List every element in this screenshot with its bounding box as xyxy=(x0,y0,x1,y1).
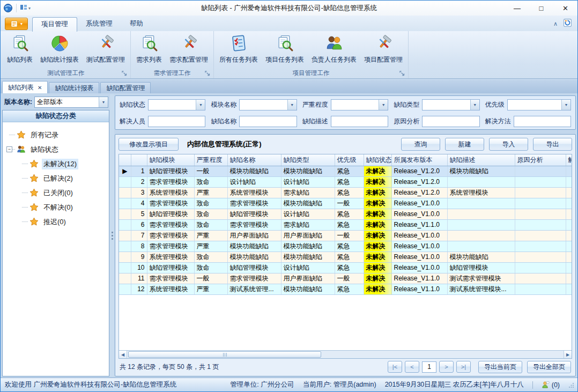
cell-module[interactable]: 需求管理模块 xyxy=(147,219,194,230)
column-header-0[interactable]: 缺陷模块 xyxy=(147,154,194,166)
cell-priority[interactable]: 紧急 xyxy=(335,284,364,294)
cell-name[interactable]: 模块功能缺陷 xyxy=(227,166,281,176)
combo-arrow-icon[interactable]: ▼ xyxy=(196,100,205,110)
cell-priority[interactable]: 紧急 xyxy=(335,209,364,219)
cell-name[interactable]: 需求管理模块 xyxy=(227,219,281,230)
table-row[interactable]: 2需求管理模块致命设计缺陷设计缺陷紧急未解决Release_V1.2.0 xyxy=(119,176,572,187)
table-row[interactable]: ▶1缺陷管理模块一般模块功能缺陷模块功能缺陷紧急未解决Release_V1.2.… xyxy=(119,166,572,176)
cell-name[interactable]: 需求管理模块 xyxy=(227,273,281,284)
cell-desc[interactable] xyxy=(447,209,515,219)
filter-combobox-0-1[interactable]: ▼ xyxy=(239,99,297,110)
column-header-6[interactable]: 所属发布版本 xyxy=(391,154,447,166)
tree-item-2[interactable]: 未解决(12) xyxy=(3,157,109,171)
cell-severity[interactable]: 致命 xyxy=(194,176,227,187)
cell-module[interactable]: 系统管理模块 xyxy=(147,187,194,198)
cell-desc[interactable] xyxy=(447,176,515,187)
cell-type[interactable]: 用户界面缺陷 xyxy=(281,273,335,284)
doc-tab-0[interactable]: 缺陷列表✕ xyxy=(2,81,48,93)
row-marker-cell[interactable] xyxy=(119,262,131,273)
cell-status[interactable]: 未解决 xyxy=(364,187,391,198)
cell-cause[interactable] xyxy=(515,198,566,209)
cell-release[interactable]: Release_V1.0.0 xyxy=(391,198,447,209)
cell-priority[interactable]: 一般 xyxy=(335,273,364,284)
cell-status[interactable]: 未解决 xyxy=(364,241,391,252)
table-row[interactable]: 8需求管理模块严重模块功能缺陷模块功能缺陷紧急未解决Release_V1.0.0 xyxy=(119,241,572,252)
close-button[interactable]: ✕ xyxy=(553,1,577,16)
doc-tab-1[interactable]: 缺陷统计报表 xyxy=(49,82,99,93)
row-number-cell[interactable]: 3 xyxy=(131,187,147,198)
cell-name[interactable]: 缺陷管理模块 xyxy=(227,209,281,219)
cell-cause[interactable] xyxy=(515,176,566,187)
cell-type[interactable]: 需求缺陷 xyxy=(281,219,335,230)
cell-severity[interactable]: 严重 xyxy=(194,241,227,252)
maximize-button[interactable]: □ xyxy=(529,1,553,16)
cell-type[interactable]: 模块功能缺陷 xyxy=(281,166,335,176)
cell-solution[interactable] xyxy=(566,230,572,241)
cell-priority[interactable]: 一般 xyxy=(335,198,364,209)
combo-arrow-icon[interactable]: ▼ xyxy=(379,100,388,110)
cell-status[interactable]: 未解决 xyxy=(364,284,391,294)
cell-desc[interactable]: 测试系统管理模块... xyxy=(447,284,515,294)
column-header-9[interactable]: 解决方法 xyxy=(566,154,572,166)
cell-status[interactable]: 未解决 xyxy=(364,252,391,262)
cell-release[interactable]: Release_V1.1.0 xyxy=(391,219,447,230)
cell-module[interactable]: 需求管理模块 xyxy=(147,273,194,284)
column-header-2[interactable]: 缺陷名称 xyxy=(227,154,281,166)
cell-desc[interactable]: 测试需求管理模块 xyxy=(447,273,515,284)
cell-type[interactable]: 模块功能缺陷 xyxy=(281,284,335,294)
cell-solution[interactable] xyxy=(566,273,572,284)
row-marker-cell[interactable]: ▶ xyxy=(119,166,131,176)
cell-name[interactable]: 需求管理模块 xyxy=(227,198,281,209)
filter-input-1-3[interactable] xyxy=(422,116,479,127)
cell-release[interactable]: Release_V1.0.0 xyxy=(391,262,447,273)
ribbon-button-0-2[interactable]: 测试配置管理 xyxy=(83,32,129,65)
cell-release[interactable]: Release_V1.2.0 xyxy=(391,187,447,198)
ribbon-tab-0[interactable]: 项目管理 xyxy=(32,17,77,32)
scroll-right-icon[interactable]: ▶ xyxy=(564,351,572,358)
filter-combobox-0-2[interactable]: ▼ xyxy=(331,99,388,110)
filter-combobox-0-0[interactable]: ▼ xyxy=(148,99,205,110)
cell-release[interactable]: Release_V1.0.0 xyxy=(391,209,447,219)
cell-status[interactable]: 未解决 xyxy=(364,219,391,230)
cell-priority[interactable]: 紧急 xyxy=(335,262,364,273)
resize-grip-icon[interactable] xyxy=(568,382,574,388)
query-button[interactable]: 查询 xyxy=(401,138,440,151)
dialog-launcher-icon[interactable] xyxy=(399,71,405,76)
cell-type[interactable]: 模块功能缺陷 xyxy=(281,198,335,209)
cell-desc[interactable]: 模块功能缺陷 xyxy=(447,166,515,176)
cell-desc[interactable]: 模块功能缺陷 xyxy=(447,252,515,262)
column-header-5[interactable]: 缺陷状态 xyxy=(364,154,391,166)
horizontal-scrollbar[interactable]: ◀ ▶ xyxy=(119,350,572,358)
ribbon-button-2-1[interactable]: 项目任务列表 xyxy=(262,32,308,65)
cell-cause[interactable] xyxy=(515,187,566,198)
column-header-1[interactable]: 严重程度 xyxy=(194,154,227,166)
cell-module[interactable]: 需求管理模块 xyxy=(147,176,194,187)
export-all-pages-button[interactable]: 导出全部页 xyxy=(527,361,571,373)
cell-severity[interactable]: 致命 xyxy=(194,252,227,262)
filter-combobox-0-3[interactable]: ▼ xyxy=(422,99,479,110)
tree-item-4[interactable]: 已关闭(0) xyxy=(3,186,109,200)
cell-solution[interactable] xyxy=(566,166,572,176)
cell-cause[interactable] xyxy=(515,166,566,176)
cell-name[interactable]: 模块功能缺陷 xyxy=(227,241,281,252)
collapse-toggle-icon[interactable]: − xyxy=(6,146,12,152)
cell-severity[interactable]: 致命 xyxy=(194,198,227,209)
cell-status[interactable]: 未解决 xyxy=(364,176,391,187)
column-header-7[interactable]: 缺陷描述 xyxy=(447,154,515,166)
cell-priority[interactable]: 紧急 xyxy=(335,219,364,230)
import-button[interactable]: 导入 xyxy=(489,138,528,151)
cell-type[interactable]: 用户界面缺陷 xyxy=(281,230,335,241)
cell-cause[interactable] xyxy=(515,241,566,252)
page-number-input[interactable] xyxy=(422,361,436,373)
row-marker-cell[interactable] xyxy=(119,273,131,284)
row-number-cell[interactable]: 10 xyxy=(131,262,147,273)
table-row[interactable]: 4需求管理模块致命需求管理模块模块功能缺陷一般未解决Release_V1.0.0 xyxy=(119,198,572,209)
cell-cause[interactable] xyxy=(515,219,566,230)
cell-module[interactable]: 系统管理模块 xyxy=(147,252,194,262)
cell-module[interactable]: 缺陷管理模块 xyxy=(147,166,194,176)
doc-tab-2[interactable]: 缺陷配置管理 xyxy=(100,82,151,93)
scrollbar-thumb[interactable] xyxy=(128,351,321,358)
column-header-8[interactable]: 原因分析 xyxy=(515,154,566,166)
cell-severity[interactable]: 严重 xyxy=(194,284,227,294)
combo-arrow-icon[interactable]: ▼ xyxy=(561,100,570,110)
